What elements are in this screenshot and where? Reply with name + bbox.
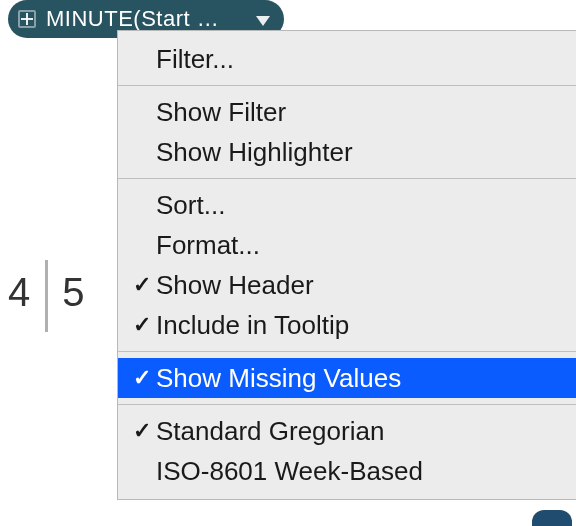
menu-item-label: Filter... — [156, 44, 234, 75]
menu-item-label: Show Header — [156, 270, 314, 301]
svg-marker-0 — [256, 16, 270, 26]
menu-separator — [118, 85, 576, 86]
axis-ticks: 4 5 — [0, 260, 94, 332]
axis-tick-label: 5 — [54, 270, 93, 323]
menu-item-iso-8601[interactable]: ISO-8601 Week-Based — [118, 451, 576, 491]
caret-down-icon[interactable] — [256, 6, 270, 32]
check-icon: ✓ — [128, 418, 156, 444]
expand-icon — [18, 10, 36, 28]
field-pill-label: MINUTE(Start … — [46, 6, 246, 32]
menu-item-standard-gregorian[interactable]: ✓ Standard Gregorian — [118, 411, 576, 451]
menu-item-label: Show Highlighter — [156, 137, 353, 168]
menu-separator — [118, 404, 576, 405]
menu-item-label: ISO-8601 Week-Based — [156, 456, 423, 487]
menu-item-show-missing-values[interactable]: ✓ Show Missing Values — [118, 358, 576, 398]
partial-blue-element — [532, 510, 572, 526]
menu-item-label: Include in Tooltip — [156, 310, 349, 341]
menu-item-format[interactable]: Format... — [118, 225, 576, 265]
check-icon: ✓ — [128, 272, 156, 298]
menu-separator — [118, 351, 576, 352]
field-context-menu: Filter... Show Filter Show Highlighter S… — [117, 30, 576, 500]
menu-item-show-header[interactable]: ✓ Show Header — [118, 265, 576, 305]
menu-item-label: Standard Gregorian — [156, 416, 384, 447]
menu-item-filter[interactable]: Filter... — [118, 39, 576, 79]
menu-item-label: Sort... — [156, 190, 225, 221]
menu-separator — [118, 178, 576, 179]
axis-tick-label: 4 — [0, 270, 39, 323]
check-icon: ✓ — [128, 312, 156, 338]
menu-item-show-highlighter[interactable]: Show Highlighter — [118, 132, 576, 172]
menu-item-label: Show Filter — [156, 97, 286, 128]
menu-item-sort[interactable]: Sort... — [118, 185, 576, 225]
menu-item-label: Format... — [156, 230, 260, 261]
menu-item-include-in-tooltip[interactable]: ✓ Include in Tooltip — [118, 305, 576, 345]
menu-item-label: Show Missing Values — [156, 363, 401, 394]
check-icon: ✓ — [128, 365, 156, 391]
menu-item-show-filter[interactable]: Show Filter — [118, 92, 576, 132]
axis-tick-mark — [45, 260, 48, 332]
